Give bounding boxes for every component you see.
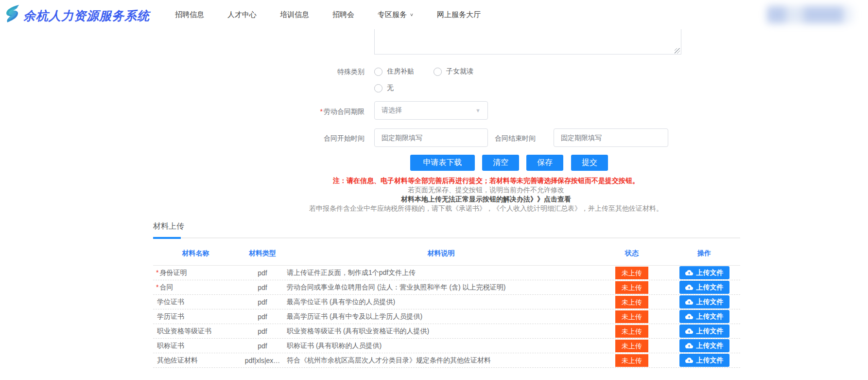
contract-end-input[interactable] (554, 128, 668, 147)
material-desc: 劳动合同或事业单位聘用合同 (法人：营业执照和半年 (含) 以上完税证明) (287, 283, 595, 292)
material-name: 合同 (159, 283, 173, 291)
status-badge: 未上传 (615, 281, 648, 294)
col-header-type: 材料类型 (238, 249, 287, 258)
nav-item-training-info[interactable]: 培训信息 (280, 10, 309, 19)
material-desc: 符合《杭州市余杭区高层次人才分类目录》规定条件的其他佐证材料 (287, 356, 595, 365)
material-name: 其他佐证材料 (157, 356, 198, 364)
material-desc: 最高学位证书 (具有学位的人员提供) (287, 298, 595, 307)
special-category-label: 特殊类别 (292, 68, 365, 76)
col-header-status: 状态 (595, 249, 668, 258)
upload-file-button[interactable]: 上传文件 (679, 295, 729, 308)
required-asterisk: * (320, 108, 323, 115)
material-type: pdf (238, 269, 287, 277)
contract-end-label: 合同结束时间 (452, 134, 536, 143)
section-divider-accent (153, 237, 181, 239)
note-warning: 注：请在信息、电子材料等全部完善后再进行提交；若材料等未完善请选择保存按钮而不是… (204, 176, 768, 185)
nav-item-talent-center[interactable]: 人才中心 (227, 10, 257, 19)
material-name: 身份证明 (159, 269, 187, 276)
material-type: pdf (238, 284, 287, 291)
material-name: 职业资格等级证书 (157, 327, 211, 335)
radio-circle-icon[interactable] (374, 84, 382, 92)
cloud-upload-icon (685, 357, 693, 363)
table-row: 学历证书 pdf 最高学历证书 (具有中专及以上学历人员提供) 未上传 上传文件 (153, 309, 740, 324)
nav-item-online-service-hall[interactable]: 网上服务大厅 (437, 10, 481, 19)
clear-button[interactable]: 清空 (482, 155, 519, 171)
cloud-upload-icon (685, 328, 693, 334)
note-line-2: 若页面无保存、提交按钮，说明当前办件不允许修改 (204, 185, 768, 195)
brand-logo[interactable]: 余杭人力资源服务系统 (5, 4, 150, 27)
page: 余杭人力资源服务系统 招聘信息 人才中心 培训信息 招聘会 专区服务 ∨ 网上服… (0, 0, 868, 380)
contract-term-label: *劳动合同期限 (272, 108, 365, 116)
download-application-button[interactable]: 申请表下载 (410, 155, 475, 171)
select-caret-icon: ▼ (475, 108, 481, 113)
save-button[interactable]: 保存 (526, 155, 563, 171)
remarks-textarea[interactable] (374, 29, 681, 54)
material-name: 学历证书 (157, 312, 184, 320)
materials-table-header: 材料名称 材料类型 材料说明 状态 操作 (153, 241, 740, 266)
radio-circle-icon[interactable] (374, 68, 382, 76)
upload-file-button[interactable]: 上传文件 (679, 354, 729, 367)
col-header-action: 操作 (668, 249, 740, 258)
cloud-upload-icon (685, 313, 693, 320)
required-asterisk: * (156, 283, 158, 291)
nav-item-zone-services[interactable]: 专区服务 ∨ (378, 10, 414, 19)
material-type: pdf (238, 342, 287, 350)
contract-term-select[interactable]: 请选择 ▼ (374, 101, 488, 120)
nav-item-recruit-info[interactable]: 招聘信息 (175, 10, 204, 19)
notes-block: 注：请在信息、电子材料等全部完善后再进行提交；若材料等未完善请选择保存按钮而不是… (204, 176, 768, 213)
special-category-radio-row-2: 无 (374, 84, 394, 92)
nav-item-job-fair[interactable]: 招聘会 (332, 10, 354, 19)
section-divider (153, 237, 740, 238)
submit-button[interactable]: 提交 (571, 155, 608, 171)
material-desc: 最高学历证书 (具有中专及以上学历人员提供) (287, 312, 595, 321)
material-type: pdf (238, 298, 287, 306)
col-header-name: 材料名称 (153, 249, 238, 258)
material-type: pdf|xls|ex… (238, 357, 287, 364)
status-badge: 未上传 (615, 296, 648, 308)
note-upload-help-link[interactable]: 材料本地上传无法正常显示按钮的解决办法》》点击查看 (204, 195, 768, 204)
top-navbar: 余杭人力资源服务系统 招聘信息 人才中心 培训信息 招聘会 专区服务 ∨ 网上服… (0, 0, 868, 29)
user-account-blurred[interactable] (767, 6, 853, 23)
material-desc: 职业资格等级证书 (具有职业资格证书的人提供) (287, 327, 595, 336)
main-nav: 招聘信息 人才中心 培训信息 招聘会 专区服务 ∨ 网上服务大厅 (175, 0, 481, 29)
materials-table: 材料名称 材料类型 材料说明 状态 操作 *身份证明 pdf 请上传证件正反面，… (153, 241, 740, 368)
chevron-down-icon: ∨ (410, 12, 414, 17)
brand-name: 余杭人力资源服务系统 (23, 8, 150, 24)
material-desc: 请上传证件正反面，制作成1个pdf文件上传 (287, 269, 595, 277)
special-category-radio-row-1: 住房补贴 子女就读 (374, 67, 473, 76)
material-desc: 职称证书 (具有职称的人员提供) (287, 342, 595, 350)
material-name: 职称证书 (157, 342, 184, 349)
radio-housing-subsidy[interactable]: 住房补贴 (374, 67, 414, 76)
upload-file-button[interactable]: 上传文件 (679, 325, 729, 338)
cloud-upload-icon (685, 343, 693, 349)
brand-logo-icon (5, 4, 20, 27)
table-row: 其他佐证材料 pdf|xls|ex… 符合《杭州市余杭区高层次人才分类目录》规定… (153, 353, 740, 368)
cloud-upload-icon (685, 284, 693, 290)
table-row: *合同 pdf 劳动合同或事业单位聘用合同 (法人：营业执照和半年 (含) 以上… (153, 280, 740, 295)
table-row: 学位证书 pdf 最高学位证书 (具有学位的人员提供) 未上传 上传文件 (153, 295, 740, 309)
radio-none[interactable]: 无 (374, 84, 394, 92)
required-asterisk: * (156, 269, 158, 276)
cloud-upload-icon (685, 270, 693, 276)
cloud-upload-icon (685, 299, 693, 305)
upload-file-button[interactable]: 上传文件 (679, 281, 729, 294)
status-badge: 未上传 (615, 325, 648, 338)
materials-section-title: 材料上传 (153, 221, 184, 232)
table-row: 职称证书 pdf 职称证书 (具有职称的人员提供) 未上传 上传文件 (153, 339, 740, 353)
radio-circle-icon[interactable] (434, 68, 442, 76)
status-badge: 未上传 (615, 310, 648, 323)
radio-children-schooling[interactable]: 子女就读 (434, 67, 473, 76)
material-name: 学位证书 (157, 298, 184, 306)
status-badge: 未上传 (615, 340, 648, 352)
material-type: pdf (238, 327, 287, 335)
table-row: *身份证明 pdf 请上传证件正反面，制作成1个pdf文件上传 未上传 上传文件 (153, 266, 740, 280)
col-header-desc: 材料说明 (287, 249, 595, 258)
contract-start-label: 合同开始时间 (272, 134, 365, 143)
upload-file-button[interactable]: 上传文件 (679, 339, 729, 352)
upload-file-button[interactable]: 上传文件 (679, 266, 729, 279)
upload-file-button[interactable]: 上传文件 (679, 310, 729, 323)
materials-table-body: *身份证明 pdf 请上传证件正反面，制作成1个pdf文件上传 未上传 上传文件… (153, 266, 740, 368)
table-row: 职业资格等级证书 pdf 职业资格等级证书 (具有职业资格证书的人提供) 未上传… (153, 324, 740, 339)
status-badge: 未上传 (615, 267, 648, 279)
material-type: pdf (238, 313, 287, 321)
